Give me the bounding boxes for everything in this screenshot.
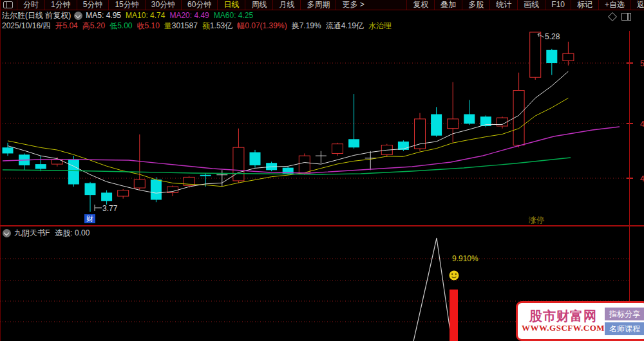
- watermark-badge-1: 指标分享: [605, 308, 644, 320]
- low-price-label: 3.77: [102, 204, 117, 213]
- app-window: { "menu": { "left_items": ["分时","1分钟","5…: [0, 0, 644, 341]
- high-price-label: 5.28: [545, 32, 560, 41]
- price-axis-label: 4.00: [640, 174, 644, 183]
- watermark-site-name: 股市财富网: [529, 309, 597, 324]
- financial-report-badge[interactable]: 财: [84, 214, 95, 223]
- watermark-badge-2: 名师课程: [605, 322, 644, 335]
- price-axis-label: 5.00: [640, 59, 644, 68]
- signal-percent-label: 9.910%: [452, 254, 478, 263]
- limit-up-label: 涨停: [529, 215, 544, 226]
- price-axis-label: 4.50: [640, 120, 644, 129]
- watermark-box: 股市财富网 WWW.GSCFW.COM 指标分享 名师课程: [516, 301, 644, 341]
- watermark-url: WWW.GSCFW.COM: [522, 324, 605, 333]
